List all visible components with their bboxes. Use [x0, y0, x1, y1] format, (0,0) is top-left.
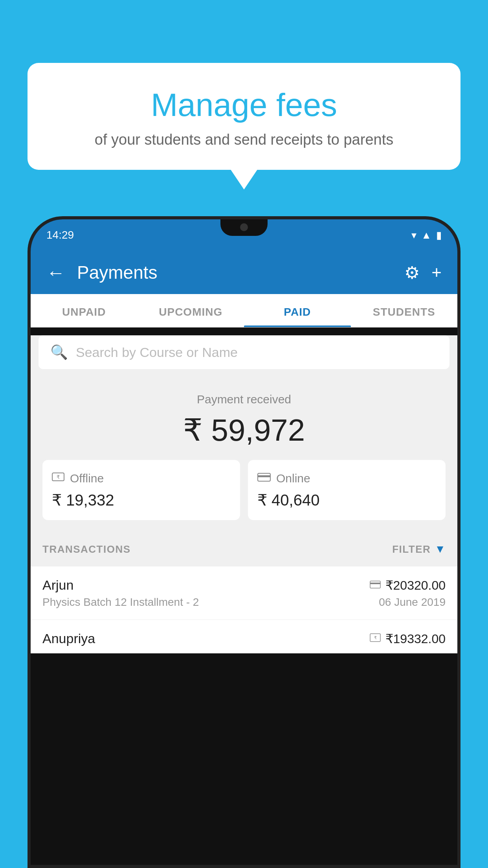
payment-block: Payment received ₹ 59,972 ₹ Offline [31, 377, 457, 532]
signal-icon: ▲ [421, 229, 431, 241]
svg-text:₹: ₹ [374, 635, 376, 640]
search-placeholder-text: Search by Course or Name [76, 345, 238, 360]
online-payment-icon [370, 579, 381, 592]
transaction-top-2: Anupriya ₹ ₹19332.00 [42, 631, 446, 646]
transaction-bottom: Physics Batch 12 Installment - 2 06 June… [42, 596, 446, 609]
filter-label: FILTER [392, 543, 431, 555]
svg-rect-5 [370, 583, 380, 584]
offline-label: Offline [70, 472, 104, 485]
online-card-header: Online [257, 471, 436, 485]
transaction-row-partial[interactable]: Anupriya ₹ ₹19332.00 [31, 620, 457, 653]
tab-upcoming[interactable]: UPCOMING [138, 294, 244, 327]
search-bar[interactable]: 🔍 Search by Course or Name [39, 335, 449, 369]
bubble-subtitle: of your students and send receipts to pa… [47, 131, 441, 148]
filter-area[interactable]: FILTER ▼ [392, 543, 446, 555]
battery-icon: ▮ [436, 229, 442, 241]
transaction-row[interactable]: Arjun ₹20320.00 Physics Batch 12 Install… [31, 566, 457, 620]
online-amount: ₹ 40,640 [257, 491, 436, 509]
offline-payment-card: ₹ Offline ₹ 19,332 [42, 460, 240, 520]
back-button[interactable]: ← [46, 262, 65, 283]
transaction-name: Arjun [42, 577, 73, 593]
transaction-top: Arjun ₹20320.00 [42, 577, 446, 593]
transaction-date: 06 June 2019 [379, 596, 446, 609]
online-icon [257, 471, 271, 485]
payment-cards: ₹ Offline ₹ 19,332 [42, 460, 446, 520]
offline-icon: ₹ [52, 471, 64, 485]
payment-received-label: Payment received [42, 393, 446, 406]
header-icons: ⚙ + [404, 263, 442, 283]
transactions-header: TRANSACTIONS FILTER ▼ [31, 532, 457, 566]
svg-rect-3 [258, 475, 270, 477]
transaction-amount-row: ₹20320.00 [370, 578, 446, 593]
transactions-label: TRANSACTIONS [42, 543, 131, 555]
svg-text:₹: ₹ [57, 474, 60, 480]
tabs-bar: UNPAID UPCOMING PAID STUDENTS [31, 294, 457, 327]
speech-bubble: Manage fees of your students and send re… [28, 63, 460, 170]
add-icon[interactable]: + [431, 263, 442, 282]
transaction-amount: ₹20320.00 [385, 578, 446, 593]
app-header: ← Payments ⚙ + [31, 251, 457, 294]
tab-students[interactable]: STUDENTS [351, 294, 458, 327]
transaction-amount-2: ₹19332.00 [385, 631, 446, 646]
transaction-detail: Physics Batch 12 Installment - 2 [42, 596, 199, 609]
online-label: Online [276, 472, 310, 485]
filter-icon: ▼ [435, 543, 446, 555]
status-icons: ▾ ▲ ▮ [411, 229, 442, 241]
offline-card-header: ₹ Offline [52, 471, 231, 485]
online-payment-card: Online ₹ 40,640 [248, 460, 446, 520]
camera-dot [240, 223, 248, 231]
settings-icon[interactable]: ⚙ [404, 263, 420, 283]
svg-rect-4 [370, 581, 380, 588]
tab-paid[interactable]: PAID [244, 294, 351, 327]
status-bar: 14:29 ▾ ▲ ▮ [31, 219, 457, 251]
payment-total-amount: ₹ 59,972 [42, 412, 446, 448]
transaction-name-2: Anupriya [42, 631, 95, 646]
notch [220, 219, 268, 236]
header-title: Payments [77, 262, 404, 283]
offline-payment-icon-2: ₹ [370, 633, 381, 645]
offline-amount: ₹ 19,332 [52, 491, 231, 509]
bubble-title: Manage fees [47, 86, 441, 123]
screen-content: 🔍 Search by Course or Name Payment recei… [31, 335, 457, 653]
search-icon: 🔍 [50, 344, 68, 360]
wifi-icon: ▾ [411, 229, 416, 241]
status-time: 14:29 [46, 229, 74, 241]
phone-frame: 14:29 ▾ ▲ ▮ ← Payments ⚙ + UNPAID UPCOMI… [28, 216, 460, 868]
tab-unpaid[interactable]: UNPAID [31, 294, 138, 327]
transaction-amount-row-2: ₹ ₹19332.00 [370, 631, 446, 646]
